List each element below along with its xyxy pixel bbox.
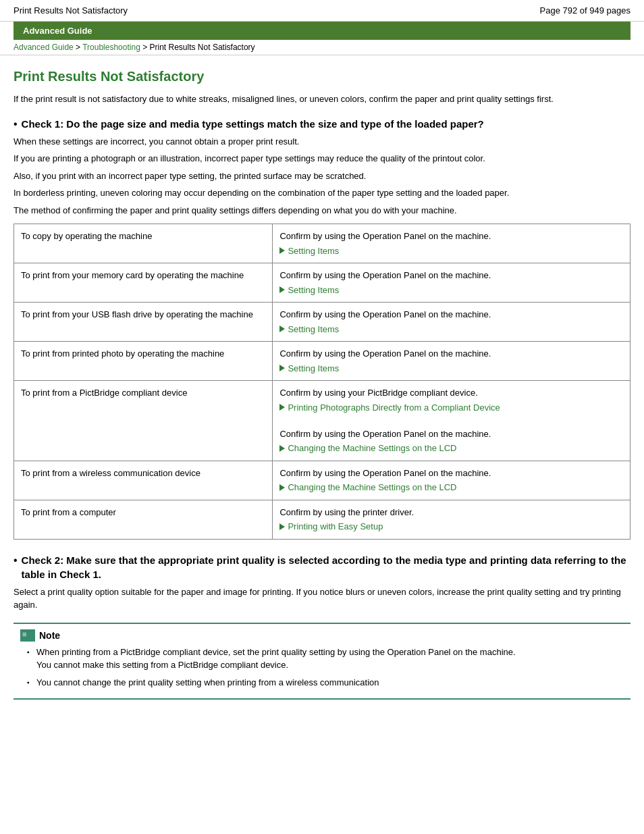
check1-para-5: The method of confirming the paper and p… bbox=[14, 204, 630, 217]
page-title: Print Results Not Satisfactory bbox=[14, 69, 630, 84]
note-item-1: You cannot change the print quality sett… bbox=[27, 676, 624, 689]
check2-bullet: • bbox=[14, 554, 18, 567]
breadcrumb-advanced-guide[interactable]: Advanced Guide bbox=[14, 43, 74, 52]
table-cell-right: Confirm by using the Operation Panel on … bbox=[273, 224, 630, 263]
arrow-icon bbox=[279, 325, 285, 332]
check2-para: Select a print quality option suitable f… bbox=[14, 585, 630, 612]
setting-items-link-2[interactable]: Setting Items bbox=[279, 323, 623, 336]
arrow-icon bbox=[279, 247, 285, 254]
lcd-link-1[interactable]: Changing the Machine Settings on the LCD bbox=[279, 481, 623, 494]
table-cell-right: Confirm by using your PictBridge complia… bbox=[273, 381, 630, 461]
intro-text: If the print result is not satisfactory … bbox=[14, 93, 630, 106]
table-cell-left: To print from printed photo by operating… bbox=[14, 342, 273, 381]
check1-para-4: In borderless printing, uneven coloring … bbox=[14, 186, 630, 200]
main-content: Print Results Not Satisfactory If the pr… bbox=[0, 62, 644, 713]
note-icon bbox=[20, 629, 35, 642]
check1-bullet: • bbox=[14, 118, 18, 130]
check1-heading-container: • Check 1: Do the page size and media ty… bbox=[14, 117, 630, 131]
table-row: To print from printed photo by operating… bbox=[14, 342, 630, 381]
table-cell-left: To copy by operating the machine bbox=[14, 224, 273, 263]
arrow-icon bbox=[279, 365, 285, 371]
table-cell-right: Confirm by using the Operation Panel on … bbox=[273, 303, 630, 342]
cell-text: Confirm by using the Operation Panel on … bbox=[279, 309, 491, 319]
page-header: Print Results Not Satisfactory Page 792 … bbox=[0, 0, 644, 22]
table-row: To print from a computer Confirm by usin… bbox=[14, 500, 630, 539]
table-row: To print from your USB flash drive by op… bbox=[14, 303, 630, 342]
check1-para-1: When these settings are incorrect, you c… bbox=[14, 135, 630, 149]
easy-setup-link[interactable]: Printing with Easy Setup bbox=[279, 520, 623, 533]
breadcrumb-troubleshooting[interactable]: Troubleshooting bbox=[82, 43, 140, 52]
breadcrumb: Advanced Guide > Troubleshooting > Print… bbox=[0, 40, 644, 55]
extra-text: Confirm by using the Operation Panel on … bbox=[279, 429, 491, 439]
table-cell-right: Confirm by using the Operation Panel on … bbox=[273, 342, 630, 381]
cell-text: Confirm by using the Operation Panel on … bbox=[279, 348, 491, 359]
breadcrumb-sep-2: > bbox=[142, 43, 149, 52]
table-cell-right: Confirm by using the Operation Panel on … bbox=[273, 461, 630, 500]
setting-items-link-1[interactable]: Setting Items bbox=[279, 284, 623, 297]
arrow-icon bbox=[279, 484, 285, 491]
check1-table: To copy by operating the machine Confirm… bbox=[14, 224, 630, 540]
table-cell-left: To print from a PictBridge compliant dev… bbox=[14, 381, 273, 461]
green-banner: Advanced Guide bbox=[14, 22, 630, 40]
pictbridge-link[interactable]: Printing Photographs Directly from a Com… bbox=[279, 401, 623, 415]
table-row: To copy by operating the machine Confirm… bbox=[14, 224, 630, 263]
check1-para-3: Also, if you print with an incorrect pap… bbox=[14, 170, 630, 183]
table-cell-left: To print from a wireless communication d… bbox=[14, 461, 273, 500]
setting-items-link-3[interactable]: Setting Items bbox=[279, 362, 623, 375]
cell-text: Confirm by using your PictBridge complia… bbox=[279, 388, 477, 398]
lcd-link-0[interactable]: Changing the Machine Settings on the LCD bbox=[279, 442, 623, 455]
cell-text: Confirm by using the Operation Panel on … bbox=[279, 468, 491, 478]
header-pages: Page 792 of 949 pages bbox=[540, 5, 630, 16]
arrow-icon bbox=[279, 523, 285, 530]
check1-para-2: If you are printing a photograph or an i… bbox=[14, 152, 630, 165]
table-cell-left: To print from a computer bbox=[14, 500, 273, 539]
check2-section: • Check 2: Make sure that the appropriat… bbox=[14, 553, 630, 612]
table-row: To print from a wireless communication d… bbox=[14, 461, 630, 500]
check1-heading: Check 1: Do the page size and media type… bbox=[22, 117, 484, 131]
banner-label: Advanced Guide bbox=[23, 26, 92, 36]
cell-text: Confirm by using the printer driver. bbox=[279, 507, 414, 517]
table-row: To print from a PictBridge compliant dev… bbox=[14, 381, 630, 461]
header-title: Print Results Not Satisfactory bbox=[14, 5, 128, 16]
arrow-icon bbox=[279, 445, 285, 452]
check2-heading-container: • Check 2: Make sure that the appropriat… bbox=[14, 553, 630, 581]
breadcrumb-sep-1: > bbox=[76, 43, 82, 52]
check2-heading: Check 2: Make sure that the appropriate … bbox=[22, 553, 630, 581]
table-cell-left: To print from your memory card by operat… bbox=[14, 263, 273, 303]
table-cell-right: Confirm by using the printer driver. Pri… bbox=[273, 500, 630, 539]
arrow-icon bbox=[279, 404, 285, 411]
setting-items-link-0[interactable]: Setting Items bbox=[279, 244, 623, 258]
note-item-0: When printing from a PictBridge complian… bbox=[27, 646, 624, 672]
table-row: To print from your memory card by operat… bbox=[14, 263, 630, 303]
note-header: Note bbox=[20, 629, 624, 642]
note-list: When printing from a PictBridge complian… bbox=[20, 646, 624, 689]
cell-text: Confirm by using the Operation Panel on … bbox=[279, 270, 491, 280]
note-section: Note When printing from a PictBridge com… bbox=[14, 623, 630, 700]
breadcrumb-current: Print Results Not Satisfactory bbox=[150, 43, 255, 52]
note-label: Note bbox=[39, 630, 60, 641]
table-cell-right: Confirm by using the Operation Panel on … bbox=[273, 263, 630, 303]
cell-text: Confirm by using the Operation Panel on … bbox=[279, 231, 491, 241]
arrow-icon bbox=[279, 286, 285, 293]
table-cell-left: To print from your USB flash drive by op… bbox=[14, 303, 273, 342]
